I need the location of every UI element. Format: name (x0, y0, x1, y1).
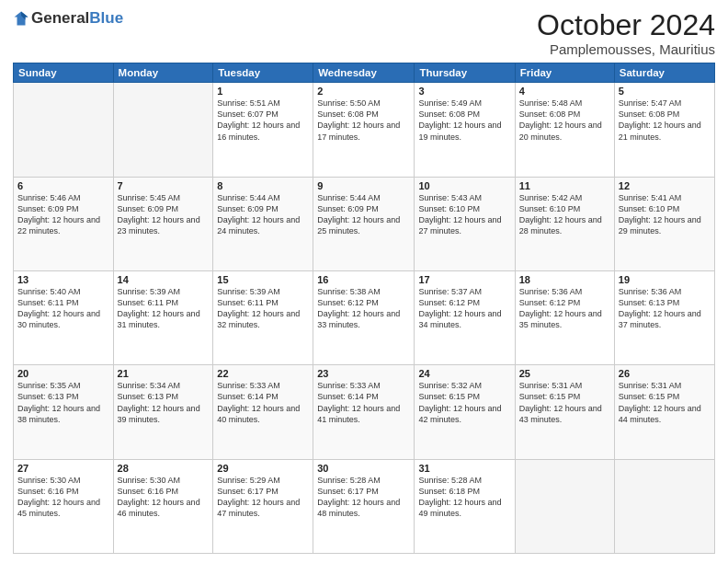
day-info: Sunrise: 5:49 AMSunset: 6:08 PMDaylight:… (418, 98, 510, 143)
day-header-tuesday: Tuesday (213, 63, 313, 83)
day-number: 7 (118, 180, 210, 191)
calendar-cell: 21Sunrise: 5:34 AMSunset: 6:13 PMDayligh… (113, 365, 213, 459)
day-number: 2 (317, 86, 410, 97)
calendar-cell: 13Sunrise: 5:40 AMSunset: 6:11 PMDayligh… (14, 270, 114, 364)
day-info: Sunrise: 5:48 AMSunset: 6:08 PMDaylight:… (519, 98, 610, 143)
day-info: Sunrise: 5:28 AMSunset: 6:17 PMDaylight:… (317, 475, 410, 520)
calendar-header-row: SundayMondayTuesdayWednesdayThursdayFrid… (14, 63, 715, 83)
day-number: 28 (118, 463, 210, 474)
day-header-sunday: Sunday (14, 63, 114, 83)
calendar-week-0: 1Sunrise: 5:51 AMSunset: 6:07 PMDaylight… (14, 83, 715, 177)
day-info: Sunrise: 5:45 AMSunset: 6:09 PMDaylight:… (118, 192, 210, 237)
day-number: 9 (317, 180, 410, 191)
day-number: 10 (418, 180, 510, 191)
logo-text-blue: Blue (89, 9, 123, 27)
day-number: 8 (217, 180, 309, 191)
calendar-cell: 1Sunrise: 5:51 AMSunset: 6:07 PMDaylight… (213, 83, 313, 177)
calendar-cell: 23Sunrise: 5:33 AMSunset: 6:14 PMDayligh… (313, 365, 415, 459)
day-info: Sunrise: 5:36 AMSunset: 6:13 PMDaylight:… (619, 286, 711, 331)
calendar-cell (614, 459, 714, 553)
day-info: Sunrise: 5:31 AMSunset: 6:15 PMDaylight:… (519, 380, 610, 425)
calendar-cell: 18Sunrise: 5:36 AMSunset: 6:12 PMDayligh… (515, 270, 614, 364)
calendar-cell: 2Sunrise: 5:50 AMSunset: 6:08 PMDaylight… (313, 83, 415, 177)
day-info: Sunrise: 5:30 AMSunset: 6:16 PMDaylight:… (17, 475, 109, 520)
day-number: 16 (317, 274, 410, 285)
calendar-cell: 31Sunrise: 5:28 AMSunset: 6:18 PMDayligh… (415, 459, 515, 553)
day-number: 23 (317, 368, 410, 379)
day-number: 15 (217, 274, 309, 285)
day-info: Sunrise: 5:37 AMSunset: 6:12 PMDaylight:… (418, 286, 510, 331)
day-number: 5 (619, 86, 711, 97)
calendar-week-1: 6Sunrise: 5:46 AMSunset: 6:09 PMDaylight… (14, 177, 715, 270)
calendar-week-2: 13Sunrise: 5:40 AMSunset: 6:11 PMDayligh… (14, 270, 715, 364)
day-number: 30 (317, 463, 410, 474)
day-info: Sunrise: 5:31 AMSunset: 6:15 PMDaylight:… (619, 380, 711, 425)
day-header-saturday: Saturday (614, 63, 714, 83)
day-number: 6 (17, 180, 109, 191)
day-info: Sunrise: 5:47 AMSunset: 6:08 PMDaylight:… (619, 98, 711, 143)
day-info: Sunrise: 5:36 AMSunset: 6:12 PMDaylight:… (519, 286, 610, 331)
calendar-cell: 9Sunrise: 5:44 AMSunset: 6:09 PMDaylight… (313, 177, 415, 270)
day-number: 17 (418, 274, 510, 285)
day-number: 27 (17, 463, 109, 474)
calendar-cell: 3Sunrise: 5:49 AMSunset: 6:08 PMDaylight… (415, 83, 515, 177)
calendar-cell: 19Sunrise: 5:36 AMSunset: 6:13 PMDayligh… (614, 270, 714, 364)
calendar-cell: 27Sunrise: 5:30 AMSunset: 6:16 PMDayligh… (14, 459, 114, 553)
header: GeneralBlue October 2024 Pamplemousses, … (13, 9, 715, 57)
day-number: 21 (118, 368, 210, 379)
calendar-cell: 6Sunrise: 5:46 AMSunset: 6:09 PMDaylight… (14, 177, 114, 270)
day-number: 20 (17, 368, 109, 379)
day-info: Sunrise: 5:28 AMSunset: 6:18 PMDaylight:… (418, 475, 510, 520)
calendar-cell: 8Sunrise: 5:44 AMSunset: 6:09 PMDaylight… (213, 177, 313, 270)
calendar-cell (14, 83, 114, 177)
calendar-cell: 29Sunrise: 5:29 AMSunset: 6:17 PMDayligh… (213, 459, 313, 553)
logo: GeneralBlue (13, 9, 123, 28)
day-info: Sunrise: 5:29 AMSunset: 6:17 PMDaylight:… (217, 475, 309, 520)
page: GeneralBlue October 2024 Pamplemousses, … (0, 0, 728, 563)
day-info: Sunrise: 5:39 AMSunset: 6:11 PMDaylight:… (217, 286, 309, 331)
calendar-cell: 24Sunrise: 5:32 AMSunset: 6:15 PMDayligh… (415, 365, 515, 459)
calendar-cell: 5Sunrise: 5:47 AMSunset: 6:08 PMDaylight… (614, 83, 714, 177)
calendar-cell: 20Sunrise: 5:35 AMSunset: 6:13 PMDayligh… (14, 365, 114, 459)
day-number: 11 (519, 180, 610, 191)
day-number: 18 (519, 274, 610, 285)
day-info: Sunrise: 5:44 AMSunset: 6:09 PMDaylight:… (317, 192, 410, 237)
calendar-cell (515, 459, 614, 553)
calendar-cell: 25Sunrise: 5:31 AMSunset: 6:15 PMDayligh… (515, 365, 614, 459)
location-title: Pamplemousses, Mauritius (537, 41, 715, 57)
calendar-cell (113, 83, 213, 177)
calendar-week-3: 20Sunrise: 5:35 AMSunset: 6:13 PMDayligh… (14, 365, 715, 459)
calendar-week-4: 27Sunrise: 5:30 AMSunset: 6:16 PMDayligh… (14, 459, 715, 553)
calendar-cell: 28Sunrise: 5:30 AMSunset: 6:16 PMDayligh… (113, 459, 213, 553)
day-number: 4 (519, 86, 610, 97)
day-number: 31 (418, 463, 510, 474)
day-info: Sunrise: 5:33 AMSunset: 6:14 PMDaylight:… (317, 380, 410, 425)
day-number: 3 (418, 86, 510, 97)
calendar-cell: 4Sunrise: 5:48 AMSunset: 6:08 PMDaylight… (515, 83, 614, 177)
title-block: October 2024 Pamplemousses, Mauritius (537, 9, 715, 57)
day-number: 26 (619, 368, 711, 379)
calendar-cell: 15Sunrise: 5:39 AMSunset: 6:11 PMDayligh… (213, 270, 313, 364)
calendar-table: SundayMondayTuesdayWednesdayThursdayFrid… (13, 63, 715, 554)
calendar-cell: 7Sunrise: 5:45 AMSunset: 6:09 PMDaylight… (113, 177, 213, 270)
day-number: 13 (17, 274, 109, 285)
day-info: Sunrise: 5:50 AMSunset: 6:08 PMDaylight:… (317, 98, 410, 143)
day-info: Sunrise: 5:38 AMSunset: 6:12 PMDaylight:… (317, 286, 410, 331)
calendar-cell: 10Sunrise: 5:43 AMSunset: 6:10 PMDayligh… (415, 177, 515, 270)
calendar-cell: 17Sunrise: 5:37 AMSunset: 6:12 PMDayligh… (415, 270, 515, 364)
day-number: 22 (217, 368, 309, 379)
day-info: Sunrise: 5:40 AMSunset: 6:11 PMDaylight:… (17, 286, 109, 331)
day-header-thursday: Thursday (415, 63, 515, 83)
day-info: Sunrise: 5:44 AMSunset: 6:09 PMDaylight:… (217, 192, 309, 237)
day-number: 12 (619, 180, 711, 191)
day-number: 14 (118, 274, 210, 285)
calendar-cell: 30Sunrise: 5:28 AMSunset: 6:17 PMDayligh… (313, 459, 415, 553)
day-info: Sunrise: 5:33 AMSunset: 6:14 PMDaylight:… (217, 380, 309, 425)
day-number: 29 (217, 463, 309, 474)
day-header-wednesday: Wednesday (313, 63, 415, 83)
day-info: Sunrise: 5:30 AMSunset: 6:16 PMDaylight:… (118, 475, 210, 520)
calendar-cell: 11Sunrise: 5:42 AMSunset: 6:10 PMDayligh… (515, 177, 614, 270)
calendar-cell: 12Sunrise: 5:41 AMSunset: 6:10 PMDayligh… (614, 177, 714, 270)
day-info: Sunrise: 5:34 AMSunset: 6:13 PMDaylight:… (118, 380, 210, 425)
day-info: Sunrise: 5:39 AMSunset: 6:11 PMDaylight:… (118, 286, 210, 331)
